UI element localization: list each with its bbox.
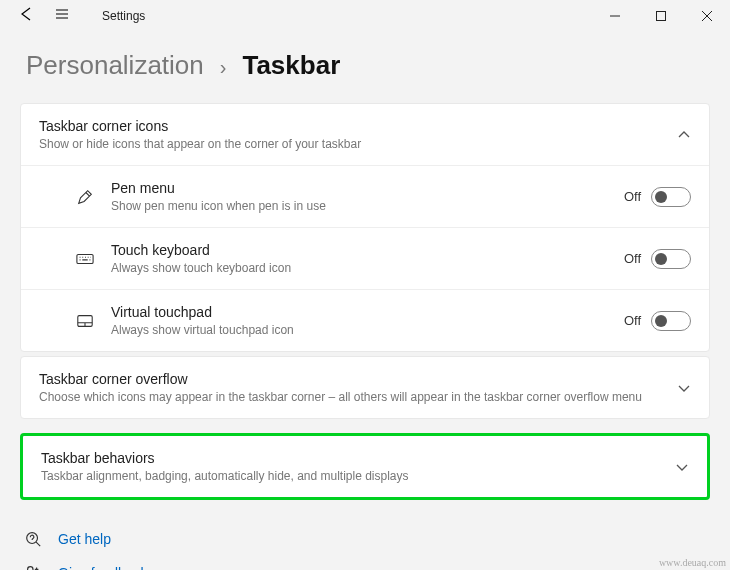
chevron-down-icon — [677, 381, 691, 395]
section-subtitle: Choose which icons may appear in the tas… — [39, 390, 677, 404]
pen-icon — [75, 187, 95, 207]
watermark: www.deuaq.com — [659, 557, 726, 568]
section-taskbar-behaviors-header[interactable]: Taskbar behaviors Taskbar alignment, bad… — [23, 436, 707, 497]
section-subtitle: Taskbar alignment, badging, automaticall… — [41, 469, 675, 483]
toggle-state-label: Off — [624, 313, 641, 328]
toggle-state-label: Off — [624, 189, 641, 204]
feedback-icon — [24, 564, 42, 570]
row-subtitle: Always show touch keyboard icon — [111, 261, 624, 275]
minimize-button[interactable] — [592, 0, 638, 32]
give-feedback-label: Give feedback — [58, 565, 148, 570]
breadcrumb-separator: › — [220, 56, 227, 79]
row-title: Touch keyboard — [111, 242, 624, 258]
back-button[interactable] — [18, 6, 34, 26]
breadcrumb-current: Taskbar — [242, 50, 340, 81]
row-virtual-touchpad: Virtual touchpad Always show virtual tou… — [21, 289, 709, 351]
section-corner-icons: Taskbar corner icons Show or hide icons … — [20, 103, 710, 352]
row-pen-menu: Pen menu Show pen menu icon when pen is … — [21, 165, 709, 227]
menu-button[interactable] — [54, 6, 70, 26]
close-button[interactable] — [684, 0, 730, 32]
row-title: Virtual touchpad — [111, 304, 624, 320]
section-title: Taskbar behaviors — [41, 450, 675, 466]
row-subtitle: Always show virtual touchpad icon — [111, 323, 624, 337]
get-help-label: Get help — [58, 531, 111, 547]
maximize-button[interactable] — [638, 0, 684, 32]
section-title: Taskbar corner overflow — [39, 371, 677, 387]
touchpad-icon — [75, 311, 95, 331]
section-corner-icons-header[interactable]: Taskbar corner icons Show or hide icons … — [21, 104, 709, 165]
breadcrumb-parent[interactable]: Personalization — [26, 50, 204, 81]
section-title: Taskbar corner icons — [39, 118, 677, 134]
section-corner-overflow: Taskbar corner overflow Choose which ico… — [20, 356, 710, 419]
toggle-touch-keyboard[interactable] — [651, 249, 691, 269]
toggle-pen-menu[interactable] — [651, 187, 691, 207]
toggle-state-label: Off — [624, 251, 641, 266]
titlebar: Settings — [0, 0, 730, 32]
help-icon — [24, 530, 42, 548]
row-subtitle: Show pen menu icon when pen is in use — [111, 199, 624, 213]
toggle-virtual-touchpad[interactable] — [651, 311, 691, 331]
row-title: Pen menu — [111, 180, 624, 196]
app-title: Settings — [102, 9, 145, 23]
footer-links: Get help Give feedback — [0, 504, 730, 570]
breadcrumb: Personalization › Taskbar — [0, 32, 730, 103]
chevron-down-icon — [675, 460, 689, 474]
section-subtitle: Show or hide icons that appear on the co… — [39, 137, 677, 151]
svg-rect-1 — [77, 254, 93, 263]
get-help-link[interactable]: Get help — [24, 522, 706, 556]
row-touch-keyboard: Touch keyboard Always show touch keyboar… — [21, 227, 709, 289]
chevron-up-icon — [677, 128, 691, 142]
svg-point-3 — [27, 533, 38, 544]
keyboard-icon — [75, 249, 95, 269]
section-corner-overflow-header[interactable]: Taskbar corner overflow Choose which ico… — [21, 357, 709, 418]
section-taskbar-behaviors: Taskbar behaviors Taskbar alignment, bad… — [20, 433, 710, 500]
give-feedback-link[interactable]: Give feedback — [24, 556, 706, 570]
svg-rect-0 — [657, 12, 666, 21]
